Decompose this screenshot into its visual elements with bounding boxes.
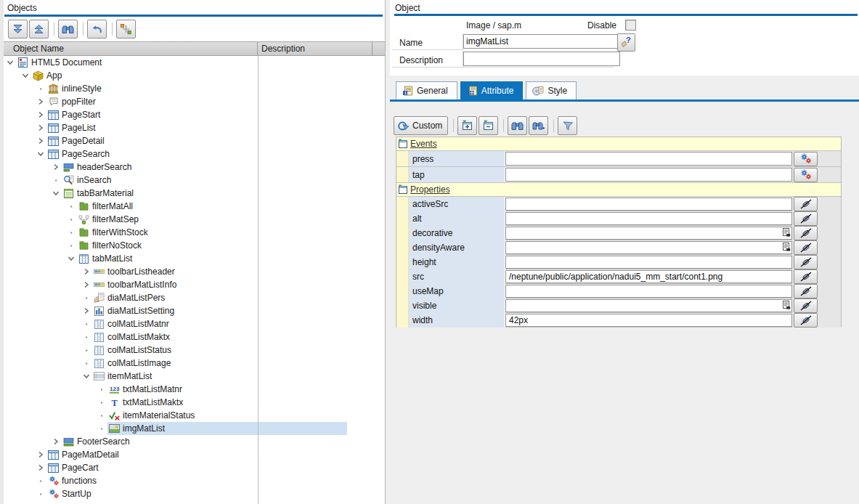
tree-item-toolbarListheader[interactable]: toolbarListheader [0, 265, 385, 278]
tree-item-tabBarMaterial[interactable]: tabBarMaterial [0, 187, 385, 200]
section-title-link[interactable]: Events [409, 139, 437, 149]
tree-item-colMatListMatnr[interactable]: colMatListMatnr [0, 317, 385, 330]
column-header-description[interactable]: Description [258, 42, 372, 55]
tree-item-diaMatListSetting[interactable]: diaMatListSetting [0, 304, 385, 317]
bind-button[interactable] [794, 284, 818, 298]
attribute-value-field[interactable]: 42px [505, 314, 792, 327]
bind-button[interactable] [794, 313, 818, 328]
tree-expand-arrow-icon[interactable] [36, 110, 45, 119]
toolbar-button-expand-all[interactable] [8, 20, 28, 38]
toolbar-button-filter[interactable] [558, 116, 577, 135]
bind-button[interactable] [794, 226, 818, 240]
attribute-value-field[interactable] [505, 241, 792, 254]
tab-style[interactable]: Style [526, 81, 577, 99]
section-collapse-cell[interactable] [396, 137, 409, 150]
bind-button[interactable] [794, 197, 818, 211]
attribute-value-field[interactable] [505, 285, 792, 298]
tree-item-inlineStyle[interactable]: inlineStyle [0, 82, 385, 95]
tree-item-App[interactable]: App [0, 69, 385, 82]
tree-expand-arrow-icon[interactable] [52, 437, 60, 446]
bind-button[interactable] [794, 211, 818, 226]
toolbar-button-undo[interactable] [87, 20, 107, 38]
tab-general[interactable]: 1General [396, 81, 457, 99]
tree-item-itemMaterialStatus[interactable]: itemMaterialStatus [0, 409, 385, 422]
bind-button[interactable] [794, 298, 818, 313]
help-button[interactable]: ? [617, 33, 635, 52]
tree-item-functions[interactable]: functions [0, 474, 385, 487]
tree-expand-arrow-icon[interactable] [36, 463, 45, 472]
tree-item-PageList[interactable]: PageList [0, 121, 385, 134]
tree-item-headerSearch[interactable]: headerSearch [0, 160, 385, 174]
value-list-icon[interactable] [782, 242, 791, 253]
tree-expand-arrow-icon[interactable] [82, 306, 91, 315]
tree-collapse-arrow-icon[interactable] [36, 150, 45, 158]
section-title-link[interactable]: Properties [409, 184, 450, 195]
tree-expand-arrow-icon[interactable] [82, 280, 91, 289]
tree-item-colMatListStatus[interactable]: colMatListStatus [0, 344, 385, 357]
tree-item-diaMatListPers[interactable]: diaMatListPers [0, 291, 385, 304]
attribute-value-field[interactable] [505, 227, 792, 240]
tree-item-filterNoStock[interactable]: filterNoStock [0, 239, 385, 252]
tree-collapse-arrow-icon[interactable] [52, 189, 60, 198]
value-list-icon[interactable] [782, 227, 791, 239]
toolbar-button-group-collapse[interactable] [479, 116, 498, 135]
tree-item-filterWithStock[interactable]: filterWithStock [0, 226, 385, 239]
attribute-value-field[interactable] [505, 152, 792, 166]
tree-item-HTML5 Document[interactable]: HTML5 Document [0, 56, 385, 69]
column-header-object-name[interactable]: Object Name [0, 42, 258, 55]
description-input[interactable] [463, 52, 620, 66]
tree-item-colMatListImage[interactable]: colMatListImage [0, 357, 385, 370]
value-list-icon[interactable] [782, 300, 791, 312]
toolbar-button-find[interactable] [508, 116, 527, 135]
attribute-value-field[interactable] [505, 212, 792, 225]
tree-item-PageDetail[interactable]: PageDetail [0, 134, 385, 147]
tree-item-StartUp[interactable]: StartUp [0, 487, 385, 500]
toolbar-button-locate[interactable] [116, 20, 136, 38]
tree-item-toolbarMatListInfo[interactable]: toolbarMatListInfo [0, 278, 385, 291]
tree-item-filterMatSep[interactable]: filterMatSep [0, 213, 385, 226]
toolbar-button-group-expand[interactable] [457, 116, 477, 135]
attribute-value-field[interactable] [505, 198, 792, 211]
tree-item-txtMatListMaktx[interactable]: TtxtMatListMaktx [0, 396, 385, 409]
tree-item-tabMatList[interactable]: tabMatList [0, 252, 385, 265]
section-collapse-cell[interactable] [396, 183, 409, 196]
tree-expand-arrow-icon[interactable] [36, 450, 45, 459]
custom-attributes-button[interactable]: Custom [394, 116, 448, 135]
tree-collapse-arrow-icon[interactable] [6, 58, 15, 67]
disable-checkbox[interactable] [625, 20, 636, 31]
toolbar-button-collapse-all[interactable] [29, 20, 49, 38]
name-input[interactable] [463, 34, 620, 49]
tree-item-imgMatList[interactable]: imgMatList [0, 422, 385, 435]
attribute-value-field[interactable]: /neptune/public/application/nadui5_mm_st… [505, 270, 792, 283]
tree-item-inSearch[interactable]: inSearch [0, 174, 385, 187]
tree-item-PageCart[interactable]: PageCart [0, 461, 385, 474]
tree-item-filterMatAll[interactable]: filterMatAll [0, 200, 385, 213]
bind-button[interactable] [794, 269, 818, 284]
tree-collapse-arrow-icon[interactable] [21, 71, 30, 80]
tree-item-colMatListMaktx[interactable]: colMatListMaktx [0, 330, 385, 344]
tree-expand-arrow-icon[interactable] [36, 97, 45, 106]
tree-item-PageStart[interactable]: PageStart [0, 108, 385, 121]
tree-item-PageSearch[interactable]: PageSearch [0, 147, 385, 160]
tree-item-FooterSearch[interactable]: FooterSearch [0, 435, 385, 448]
attribute-value-field[interactable] [505, 299, 792, 312]
tree-expand-arrow-icon[interactable] [52, 163, 60, 171]
tree-expand-arrow-icon[interactable] [82, 267, 91, 276]
toolbar-button-find-next[interactable] [529, 116, 548, 135]
tab-attribute[interactable]: Attribute [460, 81, 524, 99]
toolbar-button-find[interactable] [58, 20, 78, 38]
tree-expand-arrow-icon[interactable] [36, 123, 45, 132]
bind-button[interactable] [794, 240, 818, 255]
tree-item-popFilter[interactable]: popFilter [0, 95, 385, 108]
tree-expand-arrow-icon[interactable] [36, 137, 45, 145]
tree-item-PageMatDetail[interactable]: PageMatDetail [0, 448, 385, 461]
event-function-button[interactable] [794, 152, 818, 166]
event-function-button[interactable] [794, 168, 818, 182]
tree-collapse-arrow-icon[interactable] [82, 372, 91, 381]
tree-collapse-arrow-icon[interactable] [67, 254, 76, 263]
attribute-value-field[interactable] [505, 168, 792, 182]
tree-item-itemMatList[interactable]: itemMatList [0, 370, 385, 383]
attribute-value-field[interactable] [505, 256, 792, 269]
bind-button[interactable] [794, 255, 818, 269]
tree-item-txtMatListMatnr[interactable]: 123txtMatListMatnr [0, 383, 385, 396]
